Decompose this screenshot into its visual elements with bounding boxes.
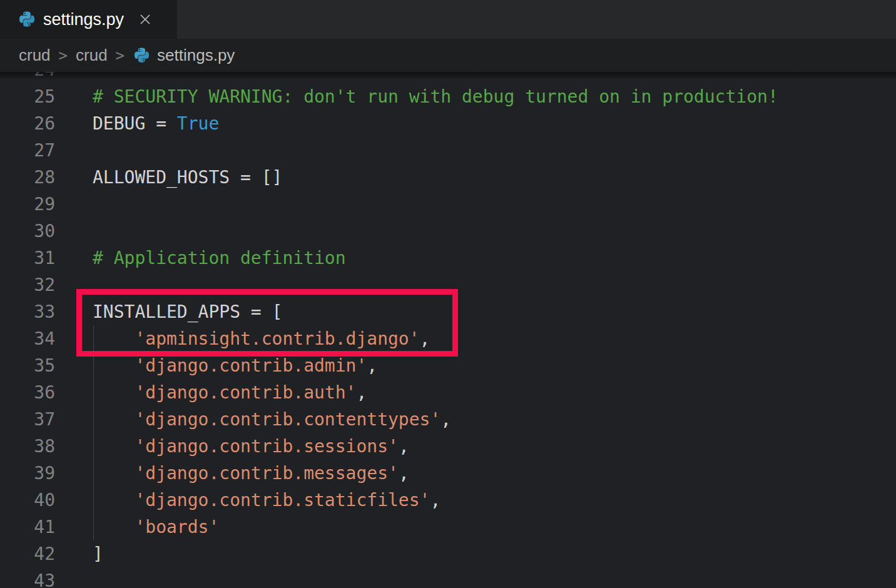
line-number: 35 <box>0 355 69 376</box>
code-text[interactable]: 'django.contrib.messages', <box>69 463 409 484</box>
line-number: 33 <box>0 302 69 322</box>
breadcrumb-label: settings.py <box>157 46 235 65</box>
code-editor[interactable]: 2425# SECURITY WARNING: don't run with d… <box>0 72 896 588</box>
token-comment: # Application definition <box>93 248 346 268</box>
code-line-25[interactable]: 25# SECURITY WARNING: don't run with deb… <box>0 83 896 110</box>
token-string: 'django.contrib.contenttypes' <box>135 409 440 430</box>
code-text[interactable]: 'django.contrib.contenttypes', <box>69 409 451 430</box>
code-line-38[interactable]: 38 'django.contrib.sessions', <box>0 433 896 460</box>
python-file-icon <box>133 48 149 64</box>
token-plain: DEBUG = <box>93 113 177 134</box>
tab-settings-py[interactable]: settings.py <box>0 0 177 39</box>
code-line-40[interactable]: 40 'django.contrib.staticfiles', <box>0 487 896 514</box>
code-line-42[interactable]: 42] <box>0 540 896 567</box>
code-text[interactable]: 'apminsight.contrib.django', <box>69 328 430 349</box>
code-text[interactable]: DEBUG = True <box>69 113 219 134</box>
code-line-27[interactable]: 27 <box>0 137 896 164</box>
code-text[interactable]: # Application definition <box>69 248 346 268</box>
chevron-right-icon: > <box>59 47 68 64</box>
token-plain <box>93 409 135 430</box>
token-string: 'django.contrib.messages' <box>135 463 398 484</box>
code-line-35[interactable]: 35 'django.contrib.admin', <box>0 352 896 379</box>
token-string: 'django.contrib.admin' <box>135 355 367 376</box>
line-number: 42 <box>0 544 69 564</box>
line-number: 32 <box>0 275 69 295</box>
token-comment: # SECURITY WARNING: don't run with debug… <box>93 86 778 107</box>
token-string: 'apminsight.contrib.django' <box>135 328 419 349</box>
code-text[interactable]: # SECURITY WARNING: don't run with debug… <box>69 86 778 107</box>
code-line-41[interactable]: 41 'boards' <box>0 514 896 540</box>
breadcrumb-label: crud <box>76 46 108 65</box>
line-number: 27 <box>0 140 69 161</box>
token-plain <box>93 463 135 484</box>
code-text[interactable]: 'django.contrib.sessions', <box>69 436 409 457</box>
code-text[interactable]: ] <box>69 544 103 564</box>
token-plain <box>93 517 135 537</box>
line-number: 41 <box>0 517 69 537</box>
chevron-right-icon: > <box>116 47 125 64</box>
line-number: 29 <box>0 194 69 215</box>
line-number: 24 <box>0 72 69 80</box>
token-plain <box>93 490 135 510</box>
token-plain: , <box>440 409 451 430</box>
breadcrumb: crud > crud > settings.py <box>0 39 896 72</box>
code-line-39[interactable]: 39 'django.contrib.messages', <box>0 460 896 487</box>
line-number: 25 <box>0 86 69 107</box>
token-plain: INSTALLED_APPS = [ <box>93 302 282 322</box>
token-plain <box>93 355 135 376</box>
line-number: 37 <box>0 409 69 430</box>
line-number: 31 <box>0 248 69 268</box>
code-line-26[interactable]: 26DEBUG = True <box>0 110 896 137</box>
code-line-37[interactable]: 37 'django.contrib.contenttypes', <box>0 406 896 433</box>
breadcrumb-item-crud-2[interactable]: crud <box>76 46 108 65</box>
code-text[interactable]: INSTALLED_APPS = [ <box>69 302 282 322</box>
code-text[interactable]: 'boards' <box>69 517 219 537</box>
line-number: 36 <box>0 382 69 403</box>
token-string: 'boards' <box>135 517 219 537</box>
token-plain: ] <box>93 544 103 564</box>
line-number: 28 <box>0 167 69 188</box>
line-number: 26 <box>0 113 69 134</box>
code-line-30[interactable]: 30 <box>0 218 896 245</box>
line-number: 40 <box>0 490 69 510</box>
line-number: 30 <box>0 221 69 241</box>
code-text[interactable]: 'django.contrib.auth', <box>69 382 367 403</box>
line-number: 39 <box>0 463 69 484</box>
code-line-29[interactable]: 29 <box>0 191 896 218</box>
code-line-36[interactable]: 36 'django.contrib.auth', <box>0 379 896 406</box>
token-plain: ALLOWED_HOSTS = [] <box>93 167 282 188</box>
line-number: 43 <box>0 570 69 588</box>
code-line-31[interactable]: 31# Application definition <box>0 245 896 271</box>
breadcrumb-label: crud <box>19 46 51 65</box>
tab-bar: settings.py <box>0 0 896 39</box>
code-text[interactable]: 'django.contrib.staticfiles', <box>69 490 440 510</box>
token-plain <box>93 382 135 403</box>
token-plain: , <box>399 436 409 457</box>
close-tab-icon[interactable] <box>136 11 154 28</box>
code-text[interactable]: ALLOWED_HOSTS = [] <box>69 167 282 188</box>
code-lines: 2425# SECURITY WARNING: don't run with d… <box>0 72 896 588</box>
code-line-43[interactable]: 43 <box>0 567 896 588</box>
token-plain: , <box>356 382 367 403</box>
token-plain: , <box>399 463 409 484</box>
code-line-32[interactable]: 32 <box>0 271 896 298</box>
breadcrumb-item-settings-py[interactable]: settings.py <box>133 46 235 65</box>
code-line-28[interactable]: 28ALLOWED_HOSTS = [] <box>0 164 896 191</box>
token-string: 'django.contrib.auth' <box>135 382 356 403</box>
line-number: 34 <box>0 328 69 349</box>
code-line-24[interactable]: 24 <box>0 72 896 83</box>
token-plain: , <box>430 490 440 510</box>
token-string: 'django.contrib.sessions' <box>135 436 398 457</box>
token-plain: , <box>420 328 430 349</box>
token-keyword: True <box>177 113 219 134</box>
code-text[interactable]: 'django.contrib.admin', <box>69 355 377 376</box>
code-line-34[interactable]: 34 'apminsight.contrib.django', <box>0 325 896 352</box>
code-line-33[interactable]: 33INSTALLED_APPS = [ <box>0 298 896 325</box>
tab-title: settings.py <box>43 10 124 29</box>
token-plain <box>93 328 135 349</box>
token-string: 'django.contrib.staticfiles' <box>135 490 430 510</box>
line-number: 38 <box>0 436 69 457</box>
token-plain <box>93 436 135 457</box>
breadcrumb-item-crud-1[interactable]: crud <box>19 46 51 65</box>
token-plain: , <box>367 355 377 376</box>
